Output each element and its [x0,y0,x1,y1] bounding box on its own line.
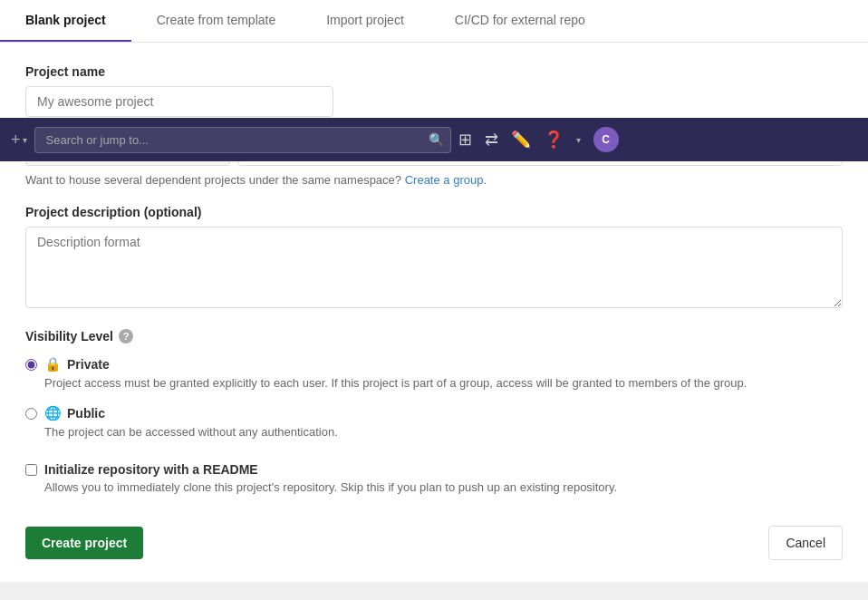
private-label: Private [67,357,110,372]
tab-cicd[interactable]: CI/CD for external repo [429,0,611,42]
init-repo-checkbox[interactable] [25,464,37,476]
plus-icon: + [11,131,21,150]
project-name-group: Project name [25,64,843,117]
search-input[interactable] [34,127,451,153]
private-radio-item: 🔒 Private Project access must be granted… [25,356,843,392]
visibility-radio-group: 🔒 Private Project access must be granted… [25,356,843,440]
tab-template[interactable]: Create from template [131,0,302,42]
tab-import[interactable]: Import project [301,0,429,42]
namespace-hint: Want to house several dependent projects… [25,173,843,187]
private-radio[interactable] [25,359,37,371]
nav-icons: ⊞ ⇄ ✏️ ❓ ▾ C [458,127,619,152]
nav-avatar[interactable]: C [593,127,619,152]
nav-merge-icon[interactable]: ⇄ [485,130,498,150]
public-label: Public [67,406,105,421]
private-desc: Project access must be granted explicitl… [44,374,747,392]
nav-compose-icon[interactable]: ⊞ [458,130,472,150]
project-tabs: Blank project Create from template Impor… [0,0,868,43]
lock-icon: 🔒 [44,356,62,373]
visibility-header: Visibility Level ? [25,329,843,344]
nav-plus-button[interactable]: + ▾ [11,131,27,150]
cancel-button[interactable]: Cancel [768,526,843,560]
public-radio-item: 🌐 Public The project can be accessed wit… [25,405,843,441]
button-row: Create project Cancel [25,522,843,560]
description-textarea[interactable] [25,227,843,308]
search-icon: 🔍 [429,132,444,147]
create-project-button[interactable]: Create project [25,527,143,559]
init-repo-label: Initialize repository with a README [44,462,617,477]
search-wrap: 🔍 [34,127,451,153]
globe-icon: 🌐 [44,405,62,421]
public-radio[interactable] [25,408,37,420]
create-group-link[interactable]: Create a group. [405,173,487,187]
visibility-label: Visibility Level [25,329,113,344]
description-label: Project description (optional) [25,205,843,219]
project-name-label: Project name [25,64,843,79]
public-desc: The project can be accessed without any … [44,423,338,441]
navbar: + ▾ 🔍 ⊞ ⇄ ✏️ ❓ ▾ C [0,118,868,161]
project-name-input[interactable] [25,86,333,117]
init-repo-desc: Allows you to immediately clone this pro… [44,479,617,497]
init-repo-section: Initialize repository with a README Allo… [25,462,843,497]
nav-help-icon[interactable]: ❓ [544,130,564,150]
nav-edit-icon[interactable]: ✏️ [511,130,531,150]
help-chevron-icon: ▾ [576,135,581,145]
visibility-help-icon[interactable]: ? [119,329,133,344]
description-group: Project description (optional) [25,205,843,311]
plus-chevron-icon: ▾ [23,135,27,145]
tab-blank[interactable]: Blank project [0,0,131,42]
